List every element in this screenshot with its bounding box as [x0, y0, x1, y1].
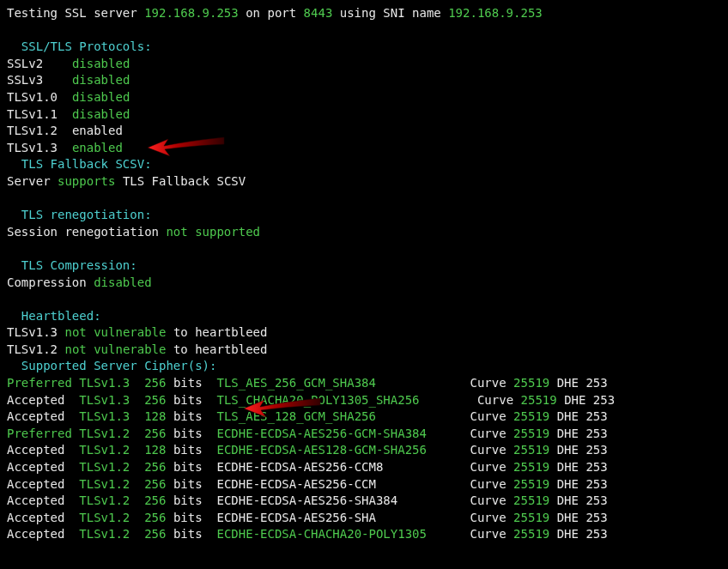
- cipher-proto: TLSv1.3: [79, 376, 130, 390]
- curve-label: Curve: [470, 460, 507, 474]
- cipher-status: Accepted: [7, 493, 64, 507]
- cipher-name: ECDHE-ECDSA-AES256-CCM8: [216, 460, 383, 474]
- cipher-proto: TLSv1.2: [79, 493, 130, 507]
- cipher-proto: TLSv1.2: [79, 477, 130, 491]
- curve-value: 25519: [513, 376, 549, 390]
- compress-prefix: Compression: [7, 275, 94, 289]
- heartbleed-state: not vulnerable: [64, 342, 166, 356]
- cipher-bits: 128: [144, 409, 166, 423]
- dhe-value: 253: [585, 527, 607, 541]
- dhe-label: DHE: [557, 511, 579, 524]
- cipher-status: Accepted: [7, 409, 64, 423]
- curve-value: 25519: [513, 527, 549, 541]
- cipher-bits: 256: [144, 511, 166, 524]
- bits-label: bits: [173, 511, 203, 524]
- header-host: 192.168.9.253: [144, 6, 239, 20]
- reneg-state: not supported: [166, 225, 260, 239]
- protocol-state: disabled: [72, 107, 130, 121]
- fallback-suffix: TLS Fallback SCSV: [115, 174, 246, 188]
- compress-line: Compression disabled: [7, 275, 152, 289]
- protocol-state: enabled: [72, 124, 123, 137]
- protocol-state: enabled: [72, 141, 123, 154]
- cipher-status: Preferred: [7, 427, 72, 440]
- cipher-status: Preferred: [7, 376, 72, 390]
- cipher-name: ECDHE-ECDSA-CHACHA20-POLY1305: [216, 527, 426, 541]
- header-port: 8443: [304, 6, 333, 20]
- fallback-supports: supports: [58, 174, 115, 188]
- curve-label: Curve: [470, 477, 507, 491]
- header-mid2: using SNI name: [332, 6, 448, 20]
- protocol-name: SSLv2: [7, 57, 43, 70]
- reneg-line: Session renegotiation not supported: [7, 225, 260, 239]
- dhe-value: 253: [585, 427, 607, 440]
- cipher-bits: 128: [144, 443, 166, 457]
- cipher-status: Accepted: [7, 511, 64, 524]
- dhe-label: DHE: [564, 393, 585, 407]
- bits-label: bits: [173, 460, 203, 474]
- protocol-name: SSLv3: [7, 73, 43, 87]
- curve-value: 25519: [513, 443, 549, 457]
- curve-label: Curve: [470, 443, 507, 457]
- protocol-name: TLSv1.2: [7, 124, 58, 137]
- curve-label: Curve: [470, 376, 507, 390]
- cipher-name: TLS_CHACHA20_POLY1305_SHA256: [216, 393, 419, 407]
- cipher-bits: 256: [144, 376, 166, 390]
- protocols-list: SSLv2 disabled SSLv3 disabled TLSv1.0 di…: [7, 57, 130, 154]
- header-mid: on port: [239, 6, 304, 20]
- protocol-name: TLSv1.1: [7, 107, 58, 121]
- cipher-name: ECDHE-ECDSA-AES256-SHA: [216, 511, 375, 524]
- fallback-line: Server supports TLS Fallback SCSV: [7, 174, 246, 188]
- curve-value: 25519: [513, 511, 549, 524]
- section-fallback-title: TLS Fallback SCSV:: [7, 157, 152, 171]
- cipher-bits: 256: [144, 460, 166, 474]
- protocol-name: TLSv1.3: [7, 141, 58, 154]
- dhe-label: DHE: [557, 460, 579, 474]
- terminal-output: Testing SSL server 192.168.9.253 on port…: [0, 0, 728, 548]
- curve-label: Curve: [470, 511, 507, 524]
- bits-label: bits: [173, 443, 203, 457]
- cipher-name: TLS_AES_128_GCM_SHA256: [216, 409, 375, 423]
- cipher-bits: 256: [144, 527, 166, 541]
- dhe-value: 253: [585, 477, 607, 491]
- curve-value: 25519: [513, 477, 549, 491]
- dhe-label: DHE: [557, 477, 579, 491]
- cipher-name: ECDHE-ECDSA-AES128-GCM-SHA256: [216, 443, 426, 457]
- reneg-prefix: Session renegotiation: [7, 225, 166, 239]
- fallback-prefix: Server: [7, 174, 58, 188]
- cipher-status: Accepted: [7, 443, 64, 457]
- cipher-status: Accepted: [7, 477, 64, 491]
- cipher-status: Accepted: [7, 527, 64, 541]
- heartbleed-list: TLSv1.3 not vulnerable to heartbleed TLS…: [7, 325, 267, 356]
- dhe-value: 253: [585, 493, 607, 507]
- cipher-bits: 256: [144, 493, 166, 507]
- protocol-name: TLSv1.0: [7, 90, 58, 104]
- cipher-bits: 256: [144, 477, 166, 491]
- bits-label: bits: [173, 527, 203, 541]
- curve-value: 25519: [513, 493, 549, 507]
- test-header: Testing SSL server 192.168.9.253 on port…: [7, 6, 543, 20]
- cipher-proto: TLSv1.2: [79, 511, 130, 524]
- dhe-label: DHE: [557, 443, 579, 457]
- header-sni: 192.168.9.253: [448, 6, 543, 20]
- dhe-value: 253: [593, 393, 615, 407]
- dhe-value: 253: [585, 511, 607, 524]
- curve-value: 25519: [513, 409, 549, 423]
- section-compress-title: TLS Compression:: [7, 258, 137, 272]
- bits-label: bits: [173, 376, 203, 390]
- heartbleed-suffix: to heartbleed: [166, 342, 267, 356]
- section-protocols-title: SSL/TLS Protocols:: [7, 39, 152, 53]
- protocol-state: disabled: [72, 90, 130, 104]
- section-heartbleed-title: Heartbleed:: [7, 309, 101, 323]
- cipher-name: ECDHE-ECDSA-AES256-CCM: [216, 477, 375, 491]
- bits-label: bits: [173, 409, 203, 423]
- dhe-label: DHE: [557, 376, 579, 390]
- bits-label: bits: [173, 493, 203, 507]
- heartbleed-state: not vulnerable: [64, 325, 166, 339]
- curve-label: Curve: [470, 409, 507, 423]
- cipher-bits: 256: [144, 393, 166, 407]
- header-prefix: Testing SSL server: [7, 6, 144, 20]
- bits-label: bits: [173, 427, 203, 440]
- cipher-proto: TLSv1.2: [79, 527, 130, 541]
- dhe-value: 253: [585, 409, 607, 423]
- dhe-label: DHE: [557, 409, 579, 423]
